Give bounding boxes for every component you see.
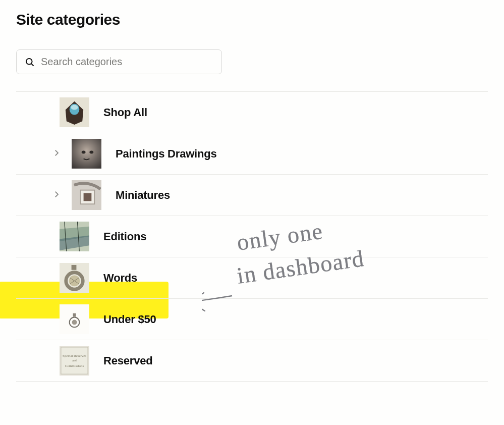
svg-point-22 xyxy=(72,320,77,325)
category-label: Under $50 xyxy=(103,313,156,326)
category-label: Editions xyxy=(103,230,146,243)
category-thumbnail xyxy=(60,304,89,334)
search-icon xyxy=(25,57,35,67)
svg-rect-5 xyxy=(72,139,101,169)
expand-toggle[interactable] xyxy=(50,148,63,160)
svg-point-7 xyxy=(89,151,93,154)
category-thumbnail: Special Reserves and Commissions xyxy=(60,346,89,376)
category-row-paintings-drawings[interactable]: Paintings Drawings xyxy=(16,133,488,175)
category-list: Shop All Paint xyxy=(16,91,488,382)
category-label: Paintings Drawings xyxy=(116,147,217,161)
category-thumbnail xyxy=(72,139,101,169)
category-label: Words xyxy=(103,272,137,285)
category-label: Miniatures xyxy=(116,189,170,202)
category-row-words[interactable]: Words xyxy=(16,257,488,299)
page-title: Site categories xyxy=(16,11,488,28)
expand-toggle[interactable] xyxy=(50,190,63,201)
svg-rect-23 xyxy=(73,313,76,317)
svg-point-4 xyxy=(71,105,78,110)
category-row-editions[interactable]: Editions xyxy=(16,216,488,257)
chevron-right-icon xyxy=(52,148,61,160)
category-row-under-50[interactable]: Under $50 xyxy=(16,299,488,340)
category-label: Reserved xyxy=(103,354,152,367)
category-thumbnail xyxy=(60,97,89,127)
category-thumbnail xyxy=(60,222,89,251)
category-row-reserved[interactable]: Special Reserves and Commissions Reserve… xyxy=(16,340,488,382)
search-input[interactable] xyxy=(41,56,213,68)
svg-point-0 xyxy=(26,58,32,64)
category-thumbnail xyxy=(60,263,89,293)
svg-line-1 xyxy=(31,64,33,66)
svg-rect-20 xyxy=(60,304,89,334)
svg-rect-15 xyxy=(72,265,77,270)
category-label: Shop All xyxy=(103,106,147,119)
svg-point-6 xyxy=(82,151,86,154)
svg-text:Special Reserves: Special Reserves xyxy=(63,354,86,357)
category-row-shop-all[interactable]: Shop All xyxy=(16,92,488,133)
search-categories-field[interactable] xyxy=(16,49,222,74)
svg-rect-10 xyxy=(84,193,92,201)
svg-text:and: and xyxy=(72,359,77,362)
chevron-right-icon xyxy=(52,190,61,201)
category-row-miniatures[interactable]: Miniatures xyxy=(16,175,488,216)
svg-text:Commissions: Commissions xyxy=(65,364,84,367)
category-thumbnail xyxy=(72,180,101,210)
